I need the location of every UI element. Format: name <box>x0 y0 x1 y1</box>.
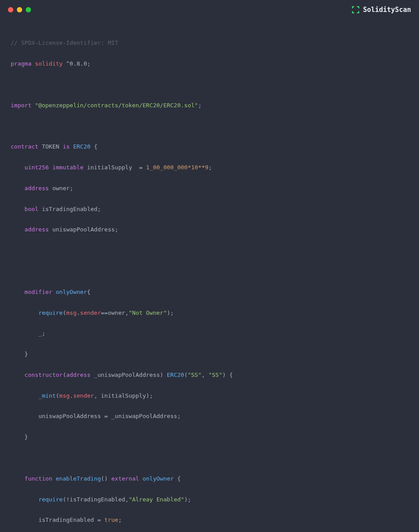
maximize-icon[interactable] <box>26 7 31 12</box>
code-line: // SPDX-License-Identifier: MIT <box>11 38 408 48</box>
brand-name: SolidityScan <box>363 4 411 16</box>
code-line <box>11 453 408 463</box>
code-line: pragma solidity ^0.8.0; <box>11 59 408 69</box>
minimize-icon[interactable] <box>17 7 22 12</box>
code-line: bool isTradingEnabled; <box>11 204 408 214</box>
code-line: address uniswapPoolAddress; <box>11 224 408 235</box>
code-line <box>11 266 408 276</box>
traffic-lights <box>8 7 31 12</box>
titlebar: SolidityScan <box>0 0 419 20</box>
brand-icon <box>352 6 360 14</box>
code-line: _; <box>11 328 408 338</box>
code-line <box>11 79 408 90</box>
code-line <box>11 245 408 255</box>
code-line: import "@openzeppelin/contracts/token/ER… <box>11 100 408 110</box>
code-line: constructor(address _uniswapPoolAddress)… <box>11 370 408 380</box>
code-line: _mint(msg.sender, initialSupply); <box>11 391 408 401</box>
code-line: } <box>11 349 408 359</box>
code-line: function enableTrading() external onlyOw… <box>11 473 408 484</box>
brand: SolidityScan <box>352 4 411 16</box>
code-line: isTradingEnabled = true; <box>11 515 408 525</box>
code-area[interactable]: // SPDX-License-Identifier: MIT pragma s… <box>0 20 419 532</box>
code-line: } <box>11 432 408 442</box>
code-line: require(!isTradingEnabled,"Alreay Enable… <box>11 494 408 505</box>
close-icon[interactable] <box>8 7 13 12</box>
code-line: address owner; <box>11 183 408 193</box>
code-line: uniswapPoolAddress = _uniswapPoolAddress… <box>11 411 408 421</box>
code-line: contract TOKEN is ERC20 { <box>11 141 408 152</box>
code-line: require(msg.sender==owner,"Not Owner"); <box>11 308 408 318</box>
code-line: modifier onlyOwner{ <box>11 287 408 297</box>
code-line: uint256 immutable initialSupply = 1_00_0… <box>11 162 408 172</box>
code-line <box>11 121 408 131</box>
